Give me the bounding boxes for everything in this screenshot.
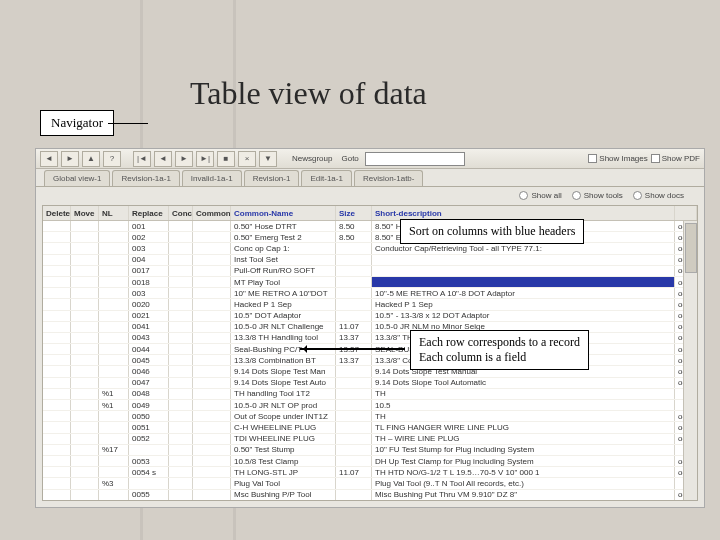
show-images-checkbox[interactable]: Show Images bbox=[588, 154, 647, 163]
table-row[interactable]: 003Conc op Cap 1:Conductor Cap/Retrievin… bbox=[43, 243, 697, 254]
table-row[interactable]: 0051C-H WHEELINE PLUGTL FING HANGER WIRE… bbox=[43, 422, 697, 433]
table-row[interactable]: 0020Hacked P 1 SepHacked P 1 Sepooc bbox=[43, 299, 697, 310]
nav-fwd-button[interactable]: ► bbox=[61, 151, 79, 167]
table-row[interactable]: 0010.50" Hose DTRT8.508.50" Heave Full T… bbox=[43, 221, 697, 232]
table-row[interactable]: 0054 sTH LONG-STL JP11.07TH HTD NO/G-1/2… bbox=[43, 467, 697, 478]
last-button[interactable]: ►| bbox=[196, 151, 214, 167]
navigator-toolbar: ◄ ► ▲ ? |◄ ◄ ► ►| ■ × ▼ Newsgroup Goto S… bbox=[36, 149, 704, 169]
col-move[interactable]: Move bbox=[71, 206, 99, 220]
table-row[interactable]: 0050Out of Scope under INT1ZTHooc bbox=[43, 411, 697, 422]
col-short-desc[interactable]: Short-description bbox=[372, 206, 675, 220]
goto-label: Goto bbox=[338, 154, 361, 163]
col-common-name[interactable]: Common-Name bbox=[231, 206, 336, 220]
col-nl[interactable]: NL bbox=[99, 206, 129, 220]
table-row[interactable]: 002110.5" DOT Adaptor10.5" - 13-3/8 x 12… bbox=[43, 311, 697, 322]
table-row[interactable]: 00479.14 Dots Slope Test Auto9.14 Dots S… bbox=[43, 378, 697, 389]
opt-show-all[interactable]: Show all bbox=[519, 191, 561, 200]
table-row[interactable]: %1004910.5-0 JR NLT OP prod10.5 bbox=[43, 400, 697, 411]
table-row[interactable]: %170.50" Test Stump10" FU Test Stump for… bbox=[43, 445, 697, 456]
callout-record: Each row corresponds to a recordEach col… bbox=[410, 330, 589, 370]
table-row[interactable]: %10048TH handling Tool 1T2TH bbox=[43, 389, 697, 400]
page-title: Table view of data bbox=[190, 75, 427, 112]
nav-up-button[interactable]: ▲ bbox=[82, 151, 100, 167]
callout-record-arrow bbox=[300, 348, 405, 350]
table-row[interactable]: 0055Msc Bushing P/P ToolMisc Bushing Put… bbox=[43, 490, 697, 501]
opt-show-docs[interactable]: Show docs bbox=[633, 191, 684, 200]
tab-2[interactable]: Invalid-1a-1 bbox=[182, 170, 242, 186]
table-row[interactable]: 005310.5/8 Test ClampDH Up Test Clamp fo… bbox=[43, 456, 697, 467]
table-row[interactable]: 00310" ME RETRO A 10"DOT10"-5 ME RETRO A… bbox=[43, 288, 697, 299]
callout-sort: Sort on columns with blue headers bbox=[400, 219, 584, 244]
grid-body: 0010.50" Hose DTRT8.508.50" Heave Full T… bbox=[43, 221, 697, 500]
goto-input[interactable] bbox=[365, 152, 465, 166]
table-row[interactable]: %3Plug Val ToolPlug Val Tool (9..T N Too… bbox=[43, 478, 697, 489]
refresh-button[interactable]: × bbox=[238, 151, 256, 167]
stop-button[interactable]: ■ bbox=[217, 151, 235, 167]
col-replace[interactable]: Replace bbox=[129, 206, 169, 220]
table-row[interactable]: 004110.5-0 JR NLT Challenge11.0710.5-0 J… bbox=[43, 322, 697, 333]
first-button[interactable]: |◄ bbox=[133, 151, 151, 167]
table-row[interactable]: 0018MT Play Toolooc bbox=[43, 277, 697, 288]
col-last[interactable] bbox=[675, 206, 697, 220]
tab-0[interactable]: Global view-1 bbox=[44, 170, 110, 186]
help-button[interactable]: ? bbox=[103, 151, 121, 167]
table-row[interactable]: 004Inst Tool Setooc bbox=[43, 255, 697, 266]
next-button[interactable]: ► bbox=[175, 151, 193, 167]
newsgroup-label: Newsgroup bbox=[289, 154, 335, 163]
col-common[interactable]: Common bbox=[193, 206, 231, 220]
table-row[interactable]: 004313.3/8 TH Handling tool13.3713.3/8" … bbox=[43, 333, 697, 344]
tab-1[interactable]: Revision-1a-1 bbox=[112, 170, 179, 186]
grid-header: Delete Move NL Replace Conc Common Commo… bbox=[43, 206, 697, 221]
table-row[interactable]: 00469.14 Dots Slope Test Man9.14 Dots Sl… bbox=[43, 366, 697, 377]
view-options: Show all Show tools Show docs bbox=[36, 187, 704, 203]
table-row[interactable]: 0020.50" Emerg Test 28.508.50" Emergency… bbox=[43, 232, 697, 243]
nav-back-button[interactable]: ◄ bbox=[40, 151, 58, 167]
show-pdf-checkbox[interactable]: Show PDF bbox=[651, 154, 700, 163]
tab-3[interactable]: Revision-1 bbox=[244, 170, 300, 186]
col-conc[interactable]: Conc bbox=[169, 206, 193, 220]
tab-bar: Global view-1 Revision-1a-1 Invalid-1a-1… bbox=[36, 169, 704, 187]
tab-5[interactable]: Revision-1atb- bbox=[354, 170, 424, 186]
navigator-pointer bbox=[108, 123, 148, 138]
opt-show-tools[interactable]: Show tools bbox=[572, 191, 623, 200]
vertical-scrollbar[interactable] bbox=[683, 221, 697, 500]
app-window: ◄ ► ▲ ? |◄ ◄ ► ►| ■ × ▼ Newsgroup Goto S… bbox=[35, 148, 705, 508]
col-delete[interactable]: Delete bbox=[43, 206, 71, 220]
col-size[interactable]: Size bbox=[336, 206, 372, 220]
data-grid: Delete Move NL Replace Conc Common Commo… bbox=[42, 205, 698, 501]
scrollbar-thumb[interactable] bbox=[685, 223, 697, 273]
table-row[interactable]: 0017Pull-Off Run/RO SOFTooc bbox=[43, 266, 697, 277]
tab-4[interactable]: Edit-1a-1 bbox=[301, 170, 351, 186]
filter-button[interactable]: ▼ bbox=[259, 151, 277, 167]
table-row[interactable]: 004513.3/8 Combination BT13.3713.3/8" Co… bbox=[43, 355, 697, 366]
navigator-label-box: Navigator bbox=[40, 110, 114, 136]
prev-button[interactable]: ◄ bbox=[154, 151, 172, 167]
table-row[interactable]: 0052TDI WHEELINE PLUGTH – WIRE LINE PLUG… bbox=[43, 434, 697, 445]
table-row[interactable]: 0044Seal-Bushing PC/T13.37SEAL-BUSHING/W… bbox=[43, 344, 697, 355]
